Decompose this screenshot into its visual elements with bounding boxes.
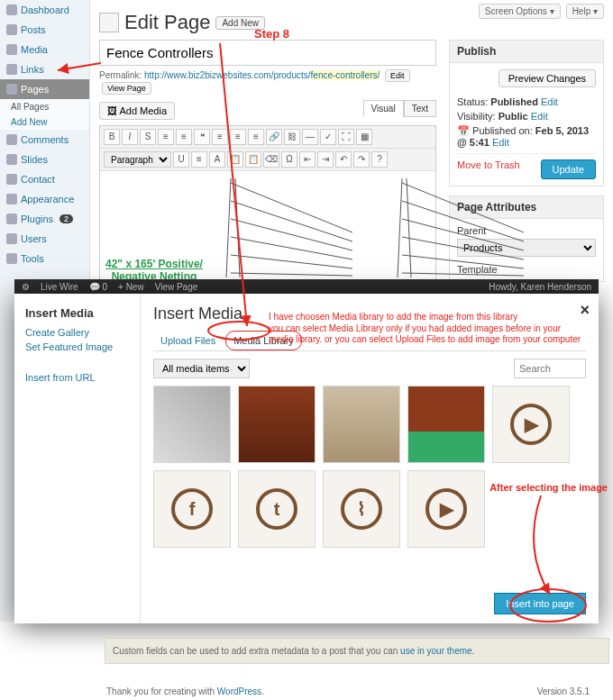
svg-line-0 <box>226 178 231 277</box>
more-button[interactable]: — <box>302 129 318 145</box>
media-search-input[interactable] <box>514 359 586 378</box>
sidebar-item-tools[interactable]: Tools <box>0 249 89 268</box>
howdy-user[interactable]: Howdy, Karen Henderson <box>489 282 591 292</box>
new-content[interactable]: + New <box>118 282 144 292</box>
help-button[interactable]: Help ▾ <box>566 4 604 19</box>
permalink-row: Permalink: http://www.biz2bizwebsites.co… <box>99 69 436 95</box>
media-thumb[interactable] <box>407 386 485 463</box>
rss-icon: ⌇ <box>341 488 382 530</box>
sidebar-item-posts[interactable]: Posts <box>0 20 89 40</box>
indent-button[interactable]: ⇥ <box>317 151 334 168</box>
alignr-button[interactable]: ≡ <box>248 129 264 145</box>
italic-button[interactable]: I <box>122 129 138 145</box>
published-label: Published on: <box>472 125 533 136</box>
ul-button[interactable]: ≡ <box>158 129 174 145</box>
modal-close-button[interactable]: × <box>580 301 590 320</box>
sidebar-item-plugins[interactable]: Plugins2 <box>0 209 89 229</box>
sidebar-item-dashboard[interactable]: Dashboard <box>0 0 89 20</box>
comments-icon <box>6 134 17 145</box>
status-value: Published <box>490 96 538 107</box>
sidebar-sub-add-new[interactable]: Add New <box>0 114 89 130</box>
tab-text[interactable]: Text <box>404 100 436 117</box>
wordpress-link[interactable]: WordPress <box>217 686 261 696</box>
insert-into-page-button[interactable]: Insert into page <box>494 593 586 614</box>
contact-icon <box>6 174 17 185</box>
tab-visual[interactable]: Visual <box>363 100 404 117</box>
paste-button[interactable]: 📋 <box>227 151 243 168</box>
facebook-icon: f <box>171 488 213 530</box>
outdent-button[interactable]: ⇤ <box>299 151 316 168</box>
view-page-button[interactable]: View Page <box>102 82 151 95</box>
alignl-button[interactable]: ≡ <box>212 129 228 145</box>
color-button[interactable]: A <box>209 151 225 168</box>
insert-from-url-link[interactable]: Insert from URL <box>25 372 129 383</box>
sidebar-item-comments[interactable]: Comments <box>0 130 89 150</box>
undo-button[interactable]: ↶ <box>335 151 352 168</box>
sidebar-item-links[interactable]: Links <box>0 59 89 79</box>
update-button[interactable]: Update <box>541 159 596 179</box>
ol-button[interactable]: ≡ <box>176 129 192 145</box>
media-thumb[interactable] <box>238 386 316 463</box>
add-new-button[interactable]: Add New <box>215 16 265 30</box>
media-thumb[interactable]: ▶ <box>407 470 485 548</box>
comments-count[interactable]: 💬 0 <box>89 282 107 292</box>
sidebar-item-appearance[interactable]: Appearance <box>0 189 89 209</box>
justify-button[interactable]: ≡ <box>191 151 207 168</box>
sidebar-item-media[interactable]: Media <box>0 40 89 59</box>
status-edit-link[interactable]: Edit <box>541 96 558 107</box>
sidebar-item-contact[interactable]: Contact <box>0 169 89 189</box>
site-name[interactable]: Live Wire <box>41 282 78 292</box>
add-media-button[interactable]: 🖼 Add Media <box>99 102 175 120</box>
media-thumb[interactable] <box>153 386 231 463</box>
kitchen-button[interactable]: ▦ <box>356 129 372 145</box>
sidebar-item-slides[interactable]: Slides <box>0 150 89 169</box>
view-page-bar[interactable]: View Page <box>155 282 198 292</box>
link-button[interactable]: 🔗 <box>266 129 282 145</box>
visibility-edit-link[interactable]: Edit <box>531 111 548 122</box>
links-icon <box>6 64 17 75</box>
sidebar-item-label: Contact <box>21 174 55 185</box>
char-button[interactable]: Ω <box>281 151 297 168</box>
preview-changes-button[interactable]: Preview Changes <box>499 69 596 87</box>
quote-button[interactable]: ❝ <box>194 129 210 145</box>
clear-button[interactable]: ⌫ <box>263 151 279 168</box>
post-title-input[interactable] <box>99 40 436 66</box>
sidebar-sub-all-pages[interactable]: All Pages <box>0 99 89 114</box>
fullscreen-button[interactable]: ⛶ <box>338 129 354 145</box>
bold-button[interactable]: B <box>104 129 120 145</box>
version-text: Version 3.5.1 <box>537 686 590 696</box>
theme-help-link[interactable]: use in your theme <box>400 646 472 656</box>
pastew-button[interactable]: 📋 <box>245 151 261 168</box>
media-thumb[interactable]: f <box>153 470 231 548</box>
format-select[interactable]: Paragraph <box>104 151 171 168</box>
alignc-button[interactable]: ≡ <box>230 129 246 145</box>
media-thumb[interactable]: ⌇ <box>323 470 400 548</box>
sidebar-item-pages[interactable]: Pages <box>0 79 89 99</box>
underline-button[interactable]: U <box>173 151 189 168</box>
published-edit-link[interactable]: Edit <box>492 137 509 148</box>
move-to-trash-link[interactable]: Move to Trash <box>457 159 520 170</box>
media-thumb[interactable]: t <box>238 470 316 548</box>
sidebar-item-users[interactable]: Users <box>0 229 89 249</box>
media-thumb[interactable]: ▶ <box>492 386 570 463</box>
editor-canvas[interactable]: 42" x 165' Positive/ Negative Netting <box>100 171 435 288</box>
wp-logo-icon[interactable]: ⚙ <box>22 282 30 292</box>
twitter-icon: t <box>256 488 297 530</box>
spell-button[interactable]: ✓ <box>320 129 336 145</box>
screen-options-button[interactable]: Screen Options ▾ <box>479 4 561 19</box>
permalink-url[interactable]: http://www.biz2bizwebsites.com/products/… <box>144 70 380 80</box>
permalink-label: Permalink: <box>99 70 142 80</box>
sidebar-item-label: Pages <box>21 84 49 95</box>
redo-button[interactable]: ↷ <box>353 151 370 168</box>
media-filter-select[interactable]: All media items <box>153 359 250 378</box>
svg-line-14 <box>402 255 524 268</box>
tab-media-library[interactable]: Media Library <box>225 331 302 350</box>
create-gallery-link[interactable]: Create Gallery <box>25 327 129 338</box>
set-featured-image-link[interactable]: Set Featured Image <box>25 341 129 352</box>
tab-upload-files[interactable]: Upload Files <box>153 332 223 350</box>
strike-button[interactable]: S <box>140 129 156 145</box>
permalink-edit-button[interactable]: Edit <box>385 69 410 82</box>
unlink-button[interactable]: ⛓ <box>284 129 300 145</box>
media-thumb[interactable] <box>323 386 400 463</box>
help2-button[interactable]: ? <box>371 151 388 168</box>
